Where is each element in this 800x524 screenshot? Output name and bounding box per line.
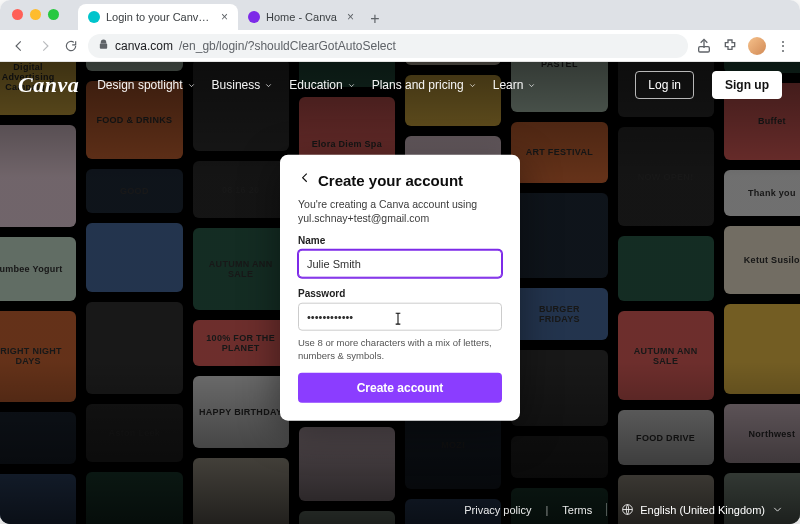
- close-window-icon[interactable]: [12, 9, 23, 20]
- modal-title: Create your account: [318, 171, 463, 188]
- page-footer: Privacy policy | Terms English (United K…: [0, 495, 800, 524]
- globe-icon: [621, 503, 634, 516]
- page-content: Digital Advertising CampaignYumbee Yogur…: [0, 62, 800, 524]
- footer-divider: |: [545, 504, 548, 516]
- nav-item-4[interactable]: Learn: [493, 78, 537, 92]
- nav-item-1[interactable]: Business: [212, 78, 274, 92]
- language-selector[interactable]: English (United Kingdom): [606, 503, 784, 516]
- privacy-link[interactable]: Privacy policy: [464, 504, 531, 516]
- nav-item-2[interactable]: Education: [289, 78, 355, 92]
- forward-button[interactable]: [36, 37, 54, 55]
- window-controls: [12, 9, 59, 20]
- name-input[interactable]: [298, 250, 502, 278]
- modal-subtitle: You're creating a Canva account using yu…: [298, 197, 502, 225]
- tab-title: Home - Canva: [266, 11, 337, 23]
- signup-button[interactable]: Sign up: [712, 71, 782, 99]
- svg-rect-0: [100, 43, 107, 48]
- favicon-icon: [248, 11, 260, 23]
- terms-link[interactable]: Terms: [562, 504, 592, 516]
- name-label: Name: [298, 235, 502, 246]
- close-tab-icon[interactable]: ×: [347, 10, 354, 24]
- site-header: Canva Design spotlightBusinessEducationP…: [0, 62, 800, 108]
- nav-item-0[interactable]: Design spotlight: [97, 78, 195, 92]
- browser-toolbar: canva.com/en_gb/login/?shouldClearGotAut…: [0, 30, 800, 62]
- minimize-window-icon[interactable]: [30, 9, 41, 20]
- tab-title: Login to your Canva account: [106, 11, 211, 23]
- password-label: Password: [298, 288, 502, 299]
- url-path: /en_gb/login/?shouldClearGotAutoSelect: [179, 39, 396, 53]
- login-button[interactable]: Log in: [635, 71, 694, 99]
- browser-tab-login[interactable]: Login to your Canva account ×: [78, 4, 238, 30]
- maximize-window-icon[interactable]: [48, 9, 59, 20]
- create-account-button[interactable]: Create account: [298, 373, 502, 403]
- close-tab-icon[interactable]: ×: [221, 10, 228, 24]
- extensions-icon[interactable]: [722, 38, 738, 54]
- share-icon[interactable]: [696, 38, 712, 54]
- browser-tab-home[interactable]: Home - Canva ×: [238, 4, 364, 30]
- url-host: canva.com: [115, 39, 173, 53]
- primary-nav: Design spotlightBusinessEducationPlans a…: [97, 78, 536, 92]
- create-account-modal: Create your account You're creating a Ca…: [280, 155, 520, 421]
- profile-avatar[interactable]: [748, 37, 766, 55]
- reload-button[interactable]: [62, 37, 80, 55]
- lock-icon: [98, 39, 109, 53]
- browser-tab-strip: Login to your Canva account × Home - Can…: [0, 0, 800, 30]
- browser-menu-icon[interactable]: ⋮: [776, 39, 790, 53]
- back-button[interactable]: [10, 37, 28, 55]
- language-label: English (United Kingdom): [640, 504, 765, 516]
- canva-logo[interactable]: Canva: [18, 72, 79, 98]
- back-icon[interactable]: [298, 171, 312, 189]
- favicon-icon: [88, 11, 100, 23]
- text-cursor-icon: [393, 312, 403, 326]
- nav-item-3[interactable]: Plans and pricing: [372, 78, 477, 92]
- subtitle-email: yul.schnay+test@gmail.com: [298, 212, 429, 224]
- chevron-down-icon: [771, 503, 784, 516]
- new-tab-button[interactable]: +: [364, 8, 386, 30]
- address-bar[interactable]: canva.com/en_gb/login/?shouldClearGotAut…: [88, 34, 688, 58]
- subtitle-text: You're creating a Canva account using: [298, 198, 477, 210]
